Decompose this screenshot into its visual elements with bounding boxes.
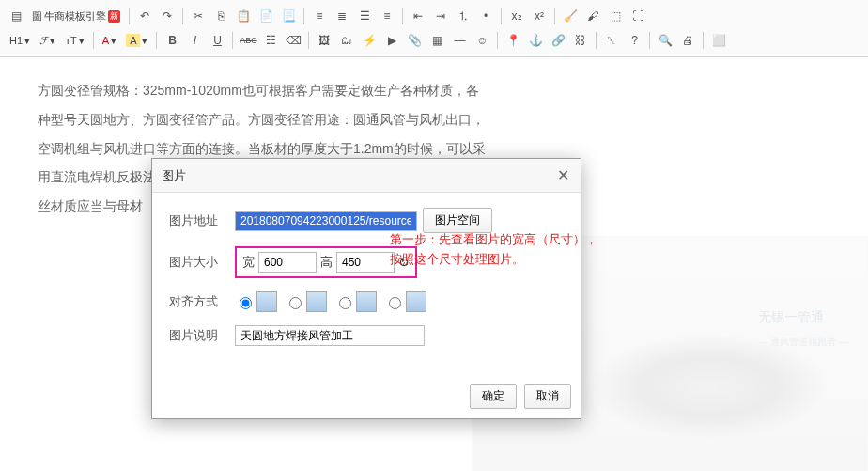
editor-toolbar: ▤ 圖 牛商模板引擎新 ↶ ↷ ✂ ⎘ 📋 📄 📃 ≡ ≣ ☰ ≡ ⇤ ⇥ ⒈ … xyxy=(0,0,868,57)
map-pin-icon[interactable]: 📍 xyxy=(503,30,523,51)
template-icon[interactable]: ⬜ xyxy=(708,30,729,51)
line-height-icon[interactable]: ☷ xyxy=(260,30,281,51)
align-justify-icon[interactable]: ≡ xyxy=(377,6,397,26)
fullscreen-icon[interactable]: ⛶ xyxy=(628,6,648,26)
italic-icon[interactable]: I xyxy=(184,30,205,51)
body-text-line: 种型号天圆地方、方圆变径管产品。方圆变径管用途：圆通风管与风机出口， xyxy=(38,105,830,134)
print-icon[interactable]: 🖨 xyxy=(677,30,698,51)
align-left-icon[interactable]: ≡ xyxy=(309,6,330,26)
select-all-icon[interactable]: ⬚ xyxy=(605,6,626,26)
dialog-title: 图片 xyxy=(162,167,186,184)
image-url-input[interactable] xyxy=(235,211,417,231)
outdent-icon[interactable]: ⇤ xyxy=(408,6,428,26)
cut-icon[interactable]: ✂ xyxy=(188,6,209,26)
undo-icon[interactable]: ↶ xyxy=(134,6,155,26)
pagebreak-icon[interactable]: ␡ xyxy=(601,30,622,51)
instruction-annotation: 第一步：先查看图片的宽高（尺寸）， 按照这个尺寸处理图片。 xyxy=(390,230,643,270)
paste-word-icon[interactable]: 📃 xyxy=(278,6,299,26)
template-engine-button[interactable]: 圖 牛商模板引擎新 xyxy=(28,9,124,24)
font-family-dropdown[interactable]: ℱ ▾ xyxy=(36,35,59,47)
size-label: 图片大小 xyxy=(169,254,235,271)
flash-icon[interactable]: ⚡ xyxy=(359,30,380,51)
align-right-icon[interactable]: ☰ xyxy=(354,6,375,26)
font-color-dropdown[interactable]: A ▾ xyxy=(99,35,120,47)
image-space-button[interactable]: 图片空间 xyxy=(423,208,492,233)
copy-icon[interactable]: ⎘ xyxy=(210,6,231,26)
align-center-icon[interactable]: ≣ xyxy=(332,6,352,26)
desc-label: 图片说明 xyxy=(169,327,235,344)
help-icon[interactable]: ? xyxy=(624,30,644,51)
multi-image-icon[interactable]: 🗂 xyxy=(336,30,357,51)
list-ol-icon[interactable]: ⒈ xyxy=(453,6,473,26)
heading-dropdown[interactable]: H1 ▾ xyxy=(6,35,34,47)
width-input[interactable] xyxy=(258,252,317,273)
align-option-default[interactable] xyxy=(235,291,277,312)
emoji-icon[interactable]: ☺ xyxy=(472,30,492,51)
clear-format-icon[interactable]: 🧹 xyxy=(560,6,581,26)
anchor-icon[interactable]: ⚓ xyxy=(525,30,546,51)
hr-icon[interactable]: — xyxy=(449,30,470,51)
align-label: 对齐方式 xyxy=(169,293,235,310)
link-icon[interactable]: 🔗 xyxy=(548,30,568,51)
redo-icon[interactable]: ↷ xyxy=(157,6,178,26)
font-size-dropdown[interactable]: ᴛT ▾ xyxy=(61,35,88,47)
media-icon[interactable]: ▶ xyxy=(381,30,402,51)
paste-icon[interactable]: 📋 xyxy=(233,6,254,26)
table-icon[interactable]: ▦ xyxy=(426,30,447,51)
height-label: 高 xyxy=(320,254,333,271)
remove-format-icon[interactable]: ⌫ xyxy=(283,30,303,51)
superscript-icon[interactable]: x² xyxy=(529,6,550,26)
bold-icon[interactable]: B xyxy=(162,30,182,51)
align-option-right[interactable] xyxy=(334,291,377,312)
image-dialog: 图片 ✕ 图片地址 图片空间 图片大小 宽 高 ↻ 对齐方式 xyxy=(151,158,581,419)
brand-watermark: 无锡一管通— 通风管道领跑者 — xyxy=(758,303,848,353)
body-text-line: 方圆变径管规格：325mm-1020mm也可根据客户需要定做生产各种材质，各 xyxy=(38,76,830,105)
image-icon[interactable]: 🖼 xyxy=(314,30,334,51)
width-label: 宽 xyxy=(242,254,255,271)
close-icon[interactable]: ✕ xyxy=(554,166,571,184)
paste-plain-icon[interactable]: 📄 xyxy=(256,6,276,26)
file-icon[interactable]: 📎 xyxy=(404,30,425,51)
unlink-icon[interactable]: ⛓ xyxy=(570,30,591,51)
url-label: 图片地址 xyxy=(169,212,235,229)
tool-code-icon[interactable]: ▤ xyxy=(6,6,26,26)
underline-icon[interactable]: U xyxy=(207,30,227,51)
align-option-left[interactable] xyxy=(285,291,327,312)
height-input[interactable] xyxy=(336,252,395,273)
subscript-icon[interactable]: x₂ xyxy=(506,6,527,26)
cancel-button[interactable]: 取消 xyxy=(524,384,571,409)
format-painter-icon[interactable]: 🖌 xyxy=(582,6,603,26)
strikethrough-icon[interactable]: ABC xyxy=(238,30,258,51)
image-desc-input[interactable] xyxy=(235,325,425,346)
ok-button[interactable]: 确定 xyxy=(470,384,517,409)
list-ul-icon[interactable]: • xyxy=(475,6,496,26)
align-option-center[interactable] xyxy=(384,291,426,312)
bg-color-dropdown[interactable]: A ▾ xyxy=(122,34,151,47)
indent-icon[interactable]: ⇥ xyxy=(430,6,451,26)
preview-icon[interactable]: 🔍 xyxy=(655,30,675,51)
